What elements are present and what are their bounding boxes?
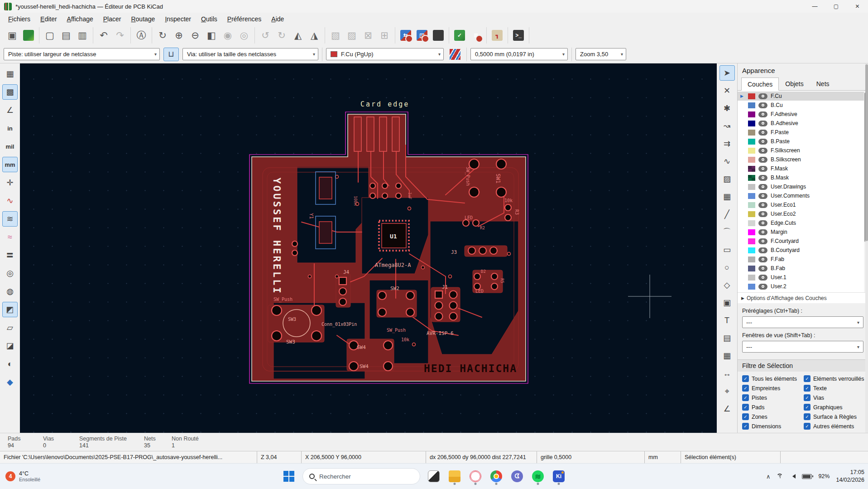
layer-color-swatch[interactable] [748, 211, 755, 217]
zone-display-filled[interactable]: ◩ [2, 302, 18, 317]
checkbox-icon[interactable]: ✓ [804, 423, 810, 430]
menu-placer[interactable]: Placer [99, 14, 126, 24]
layer-visibility-eye-icon[interactable] [758, 247, 767, 253]
close-button[interactable]: ✕ [847, 0, 868, 13]
layer-visibility-eye-icon[interactable] [758, 257, 767, 262]
menu-routage[interactable]: Routage [126, 14, 159, 24]
ratsnest-curved[interactable]: ≋ [2, 211, 18, 227]
grid-origin-tool[interactable]: ⌖ [719, 383, 735, 399]
units-inches[interactable]: in [2, 121, 18, 136]
track-width-select[interactable]: Piste: utiliser largeur de netclasse ▾ [4, 48, 160, 60]
layer-color-swatch[interactable] [748, 266, 755, 271]
pcb-canvas[interactable]: Card edgeYOUSSEF HERELLIHEDI HACHICHAU1A… [20, 63, 717, 433]
layer-color-swatch[interactable] [748, 175, 755, 181]
windows-start-button[interactable] [280, 467, 298, 485]
layer-color-swatch[interactable] [748, 202, 755, 208]
tab-couches[interactable]: Couches [741, 77, 779, 91]
layer-row-b.courtyard[interactable]: ▶B.Courtyard [738, 246, 868, 255]
layer-color-swatch[interactable] [748, 121, 755, 126]
layer-color-swatch[interactable] [748, 284, 755, 290]
menu-aide[interactable]: Aide [267, 14, 288, 24]
route-diff-pair-tool[interactable]: ⇉ [719, 136, 735, 151]
taskbar-app-spotify[interactable] [529, 467, 547, 485]
layer-color-swatch[interactable] [748, 111, 755, 117]
layer-color-swatch[interactable] [748, 139, 755, 145]
checkbox-icon[interactable]: ✓ [804, 375, 810, 382]
zone-display-fractured[interactable]: ◪ [2, 338, 18, 353]
layer-visibility-eye-icon[interactable] [758, 193, 767, 199]
draw-rectangle-tool[interactable]: ▭ [719, 242, 735, 257]
zoom-select[interactable]: Zoom 3,50 ▾ [575, 48, 626, 60]
layer-visibility-eye-icon[interactable] [758, 275, 767, 281]
print-button[interactable]: ▤ [58, 27, 74, 44]
flip-horizontal-button[interactable]: ◭ [290, 27, 306, 44]
viewports-select[interactable]: --- ▾ [742, 341, 863, 353]
checkbox-icon[interactable]: ✓ [804, 394, 810, 401]
layer-row-user.comments[interactable]: ▶User.Comments [738, 191, 868, 200]
layer-color-swatch[interactable] [748, 238, 755, 244]
lock-button[interactable]: ⊠ [360, 27, 376, 44]
sketch-pads[interactable]: ◍ [2, 284, 18, 299]
layer-row-b.fab[interactable]: ▶B.Fab [738, 264, 868, 273]
add-zone-tool[interactable]: ▨ [719, 171, 735, 187]
zoom-out-button[interactable]: ⊖ [187, 27, 203, 44]
checkbox-icon[interactable]: ✓ [742, 394, 749, 401]
zoom-selection-button[interactable]: ◎ [236, 27, 252, 44]
flip-vertical-button[interactable]: ◮ [306, 27, 322, 44]
menu-outils[interactable]: Outils [197, 14, 222, 24]
interactive-router-button[interactable]: ┓ [489, 27, 505, 44]
layer-color-swatch[interactable] [748, 247, 755, 253]
save-button[interactable]: ▣ [4, 27, 20, 44]
tab-objets[interactable]: Objets [779, 77, 810, 90]
drc-exclusions-button[interactable]: ≣ [468, 27, 484, 44]
board-setup-button[interactable] [20, 27, 37, 44]
filter-item[interactable]: ✓Eléments verrouillés [804, 375, 868, 382]
zone-display-outline[interactable]: ▱ [2, 320, 18, 335]
checkbox-icon[interactable]: ✓ [742, 385, 749, 392]
layer-visibility-eye-icon[interactable] [758, 284, 767, 290]
local-ratsnest-tool[interactable]: ✱ [719, 101, 735, 116]
checkbox-icon[interactable]: ✓ [804, 413, 810, 420]
checkbox-icon[interactable]: ✓ [742, 404, 749, 411]
units-mils[interactable]: mil [2, 139, 18, 154]
unlock-button[interactable]: ⊞ [376, 27, 393, 44]
checkbox-icon[interactable]: ✓ [742, 423, 749, 430]
group-button[interactable]: ▧ [327, 27, 344, 44]
layer-color-swatch[interactable] [748, 184, 755, 190]
tab-nets[interactable]: Nets [810, 77, 836, 90]
taskbar-app-kicad[interactable]: Ki [550, 467, 568, 485]
filter-item[interactable]: ✓Autres éléments [804, 423, 868, 430]
layer-display-options[interactable]: ▶ Options d'Affichage des Couches [738, 292, 868, 303]
layer-row-user.drawings[interactable]: ▶User.Drawings [738, 182, 868, 191]
checkbox-icon[interactable]: ✓ [742, 375, 749, 382]
units-mm[interactable]: mm [2, 157, 18, 172]
layer-row-f.fab[interactable]: ▶F.Fab [738, 255, 868, 264]
drc-button[interactable]: ✓ [451, 27, 468, 44]
add-textbox-tool[interactable]: ▤ [719, 330, 735, 346]
volume-icon[interactable] [790, 474, 796, 479]
layer-row-b.cu[interactable]: ▶B.Cu [738, 101, 868, 110]
find-button[interactable]: Ⓐ [133, 27, 149, 44]
taskbar-app-chrome[interactable] [487, 467, 505, 485]
sketch-vias[interactable]: ◎ [2, 266, 18, 281]
filter-item[interactable]: ✓Surface à Règles [804, 413, 868, 420]
layer-row-f.cu[interactable]: ▶F.Cu [738, 92, 868, 101]
zoom-fit-page-button[interactable]: ◧ [203, 27, 220, 44]
layer-row-margin[interactable]: ▶Margin [738, 228, 868, 237]
layer-visibility-eye-icon[interactable] [758, 102, 767, 108]
filter-item[interactable]: ✓Dimensions [742, 423, 804, 430]
menu-affichage[interactable]: Affichage [62, 14, 98, 24]
plot-button[interactable]: ▥ [74, 27, 91, 44]
layer-visibility-eye-icon[interactable] [758, 166, 767, 172]
via-size-select[interactable]: Via: utiliser la taille des netclasses ▾ [182, 48, 318, 60]
layer-row-f.paste[interactable]: ▶F.Paste [738, 128, 868, 137]
layer-color-swatch[interactable] [748, 220, 755, 226]
layer-color-swatch[interactable] [748, 275, 755, 281]
layer-visibility-eye-icon[interactable] [758, 130, 767, 136]
layer-visibility-eye-icon[interactable] [758, 202, 767, 208]
ratsnest-visibility[interactable]: ∿ [2, 193, 18, 208]
layer-color-swatch[interactable] [748, 102, 755, 108]
polar-coordinates[interactable]: ∠ [2, 102, 18, 118]
flip-board-view[interactable]: ◆ [2, 374, 18, 390]
rotate-ccw-button[interactable]: ↺ [257, 27, 273, 44]
